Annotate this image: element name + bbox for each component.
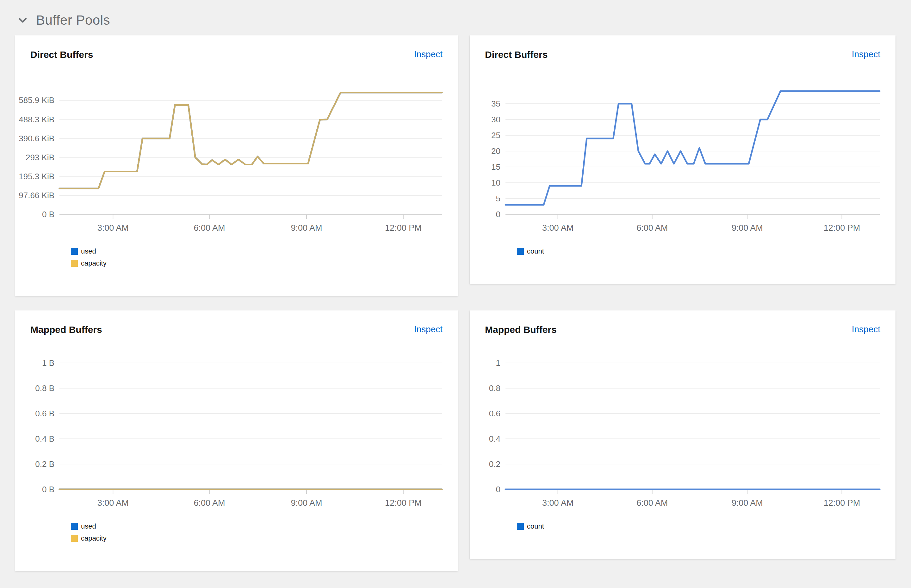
x-tick-label: 3:00 AM xyxy=(97,498,129,508)
y-tick-label: 0 xyxy=(496,485,500,494)
section-title: Buffer Pools xyxy=(36,13,110,28)
x-tick-label: 3:00 AM xyxy=(542,223,573,233)
y-tick-label: 0.4 xyxy=(489,434,500,444)
legend-swatch xyxy=(71,535,78,542)
legend-item-count: count xyxy=(517,522,880,530)
y-tick-label: 390.6 KiB xyxy=(19,134,54,143)
y-tick-label: 0.6 xyxy=(489,409,500,418)
chart-legend: usedcapacity xyxy=(71,522,443,543)
series-line-count xyxy=(505,91,880,205)
chart-legend: count xyxy=(517,247,880,255)
y-tick-label: 10 xyxy=(491,178,500,187)
section-toggle-buffer-pools[interactable]: Buffer Pools xyxy=(0,0,911,36)
card-grid: Direct Buffers Inspect 585.9 KiB488.3 Ki… xyxy=(0,36,911,571)
y-tick-label: 5 xyxy=(496,194,500,203)
x-tick-label: 3:00 AM xyxy=(97,223,129,233)
chart-mapped-buffers-memory[interactable]: 1 B0.8 B0.6 B0.4 B0.2 B0 B3:00 AM6:00 AM… xyxy=(31,357,443,515)
x-tick-label: 12:00 PM xyxy=(824,223,860,233)
legend-swatch xyxy=(71,523,78,530)
chart-mapped-buffers-count[interactable]: 10.80.60.40.203:00 AM6:00 AM9:00 AM12:00… xyxy=(485,357,880,515)
x-tick-label: 3:00 AM xyxy=(542,498,573,508)
x-tick-label: 12:00 PM xyxy=(824,498,860,508)
y-tick-label: 35 xyxy=(491,99,500,108)
y-tick-label: 0.2 B xyxy=(35,459,54,469)
legend-item-capacity: capacity xyxy=(71,259,443,267)
inspect-link[interactable]: Inspect xyxy=(414,324,443,334)
x-tick-label: 12:00 PM xyxy=(385,223,422,233)
legend-label: count xyxy=(527,522,544,530)
legend-swatch xyxy=(71,260,78,267)
x-tick-label: 12:00 PM xyxy=(385,498,422,508)
y-tick-label: 30 xyxy=(491,115,500,124)
y-tick-label: 0.8 B xyxy=(35,383,54,393)
card-title: Mapped Buffers xyxy=(485,324,557,335)
card-title: Mapped Buffers xyxy=(31,324,102,335)
x-tick-label: 6:00 AM xyxy=(194,498,225,508)
chart-direct-buffers-memory[interactable]: 585.9 KiB488.3 KiB390.6 KiB293 KiB195.3 … xyxy=(31,82,443,240)
legend-item-capacity: capacity xyxy=(71,534,443,543)
x-tick-label: 9:00 AM xyxy=(291,498,322,508)
x-tick-label: 6:00 AM xyxy=(636,498,668,508)
series-line-capacity xyxy=(60,93,442,188)
legend-swatch xyxy=(517,248,524,255)
x-tick-label: 9:00 AM xyxy=(291,223,322,233)
inspect-link[interactable]: Inspect xyxy=(852,49,880,60)
x-tick-label: 6:00 AM xyxy=(194,223,225,233)
legend-label: used xyxy=(81,522,96,530)
y-tick-label: 0 xyxy=(496,210,500,219)
y-tick-label: 97.66 KiB xyxy=(19,191,54,200)
card-title: Direct Buffers xyxy=(485,49,547,60)
x-tick-label: 6:00 AM xyxy=(636,223,668,233)
card-title: Direct Buffers xyxy=(31,49,93,60)
legend-label: used xyxy=(81,247,96,255)
y-tick-label: 0.4 B xyxy=(35,434,54,444)
y-tick-label: 1 xyxy=(496,358,500,368)
y-tick-label: 0 B xyxy=(42,485,54,494)
legend-swatch xyxy=(517,523,524,530)
y-tick-label: 15 xyxy=(491,162,500,172)
legend-item-count: count xyxy=(517,247,880,255)
legend-label: capacity xyxy=(81,534,107,543)
y-tick-label: 0 B xyxy=(42,210,54,219)
legend-label: capacity xyxy=(81,259,107,267)
inspect-link[interactable]: Inspect xyxy=(852,324,880,334)
y-tick-label: 488.3 KiB xyxy=(19,115,54,124)
legend-item-used: used xyxy=(71,247,443,255)
chart-direct-buffers-count[interactable]: 353025201510503:00 AM6:00 AM9:00 AM12:00… xyxy=(485,82,880,240)
chart-legend: usedcapacity xyxy=(71,247,443,267)
card-mapped-buffers-count: Mapped Buffers Inspect 10.80.60.40.203:0… xyxy=(470,310,895,559)
card-direct-buffers-memory: Direct Buffers Inspect 585.9 KiB488.3 Ki… xyxy=(15,36,458,296)
y-tick-label: 585.9 KiB xyxy=(19,95,54,105)
chevron-down-icon[interactable] xyxy=(18,15,28,25)
y-tick-label: 0.8 xyxy=(489,383,500,393)
legend-swatch xyxy=(71,248,78,255)
legend-item-used: used xyxy=(71,522,443,530)
x-tick-label: 9:00 AM xyxy=(731,498,763,508)
y-tick-label: 0.6 B xyxy=(35,409,54,418)
card-direct-buffers-count: Direct Buffers Inspect 353025201510503:0… xyxy=(470,36,895,284)
y-tick-label: 0.2 xyxy=(489,459,500,469)
y-tick-label: 20 xyxy=(491,146,500,156)
legend-label: count xyxy=(527,247,544,255)
y-tick-label: 293 KiB xyxy=(26,153,54,162)
y-tick-label: 195.3 KiB xyxy=(19,172,54,181)
y-tick-label: 1 B xyxy=(42,358,54,368)
card-mapped-buffers-memory: Mapped Buffers Inspect 1 B0.8 B0.6 B0.4 … xyxy=(15,310,458,571)
y-tick-label: 25 xyxy=(491,131,500,140)
chart-legend: count xyxy=(517,522,880,530)
x-tick-label: 9:00 AM xyxy=(731,223,763,233)
series-line-used xyxy=(60,93,442,188)
inspect-link[interactable]: Inspect xyxy=(414,49,443,60)
